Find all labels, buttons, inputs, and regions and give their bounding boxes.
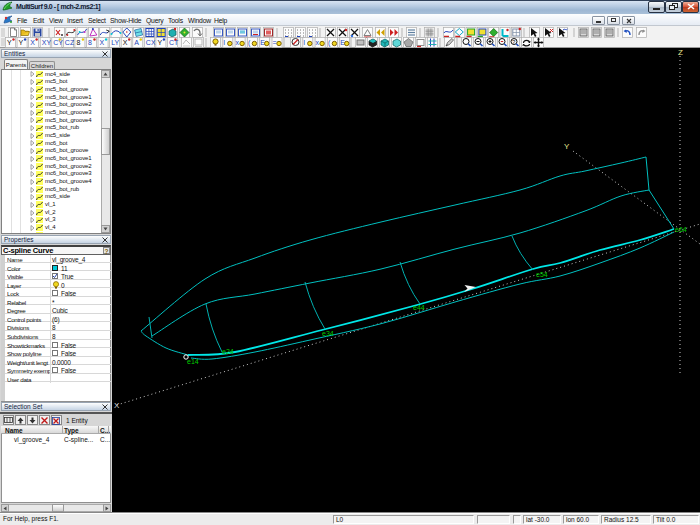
svg-text:XY: XY xyxy=(42,39,52,46)
svg-text:X: X xyxy=(30,39,35,46)
svg-text:Y: Y xyxy=(564,142,570,151)
svg-text:e44: e44 xyxy=(413,304,425,311)
svg-text:e34: e34 xyxy=(322,330,334,337)
svg-text:I: I xyxy=(223,39,225,46)
svg-text:e24: e24 xyxy=(222,348,234,355)
svg-text:CX: CX xyxy=(146,39,156,46)
svg-text:CZ: CZ xyxy=(65,39,75,46)
svg-text:X: X xyxy=(123,39,128,46)
svg-text:Y: Y xyxy=(7,39,12,46)
svg-text:Z: Z xyxy=(678,48,683,57)
svg-text:LY: LY xyxy=(111,39,119,46)
svg-text:e54: e54 xyxy=(536,271,548,278)
svg-text:8: 8 xyxy=(88,39,92,46)
svg-text:X: X xyxy=(114,401,120,410)
svg-text:I: I xyxy=(303,39,305,46)
svg-text:X: X xyxy=(100,39,105,46)
svg-text:=: = xyxy=(273,39,277,46)
svg-text:Y: Y xyxy=(157,39,162,46)
svg-text:A: A xyxy=(134,39,139,46)
svg-text:x: x xyxy=(316,39,320,46)
svg-text:e64: e64 xyxy=(675,226,687,233)
svg-text:x: x xyxy=(236,39,240,46)
svg-text:Y: Y xyxy=(19,39,24,46)
svg-text:8: 8 xyxy=(76,39,80,46)
svg-text:e14: e14 xyxy=(187,358,199,365)
svg-text:CT: CT xyxy=(169,39,179,46)
svg-text:CY: CY xyxy=(53,39,63,46)
